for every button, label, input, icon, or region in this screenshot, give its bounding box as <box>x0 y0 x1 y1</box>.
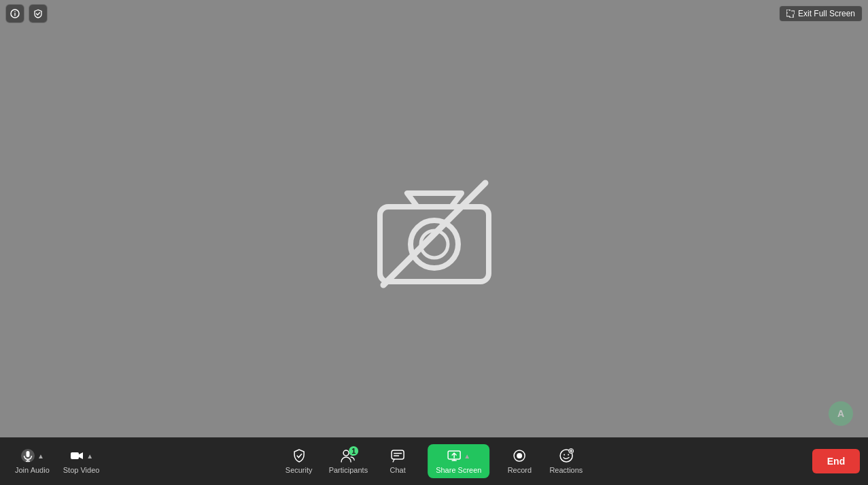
toolbar-center: Security 1 Participants <box>279 440 590 482</box>
security-icon <box>292 448 307 463</box>
svg-rect-1 <box>14 13 15 16</box>
stop-video-button[interactable]: ▲ Stop Video <box>56 444 107 478</box>
security-button[interactable]: Security <box>279 444 319 478</box>
top-bar: Exit Full Screen <box>0 0 868 27</box>
top-left-icons <box>5 4 48 23</box>
reactions-icon-area <box>559 448 574 463</box>
svg-point-27 <box>568 454 569 456</box>
share-screen-label: Share Screen <box>436 466 481 474</box>
reactions-button[interactable]: Reactions <box>542 444 589 478</box>
share-screen-icon-area: ▲ <box>447 448 470 463</box>
svg-rect-10 <box>26 451 29 457</box>
info-button[interactable] <box>5 4 24 23</box>
svg-marker-14 <box>79 452 83 459</box>
bottom-toolbar: ▲ Join Audio ▲ Stop Video <box>0 437 868 485</box>
chat-icon <box>390 448 405 463</box>
watermark: A <box>820 399 861 434</box>
participants-icon-wrapper: 1 <box>340 448 356 463</box>
svg-point-15 <box>343 450 349 456</box>
end-button[interactable]: End <box>812 449 860 473</box>
join-audio-icon-area: ▲ <box>20 448 44 463</box>
record-icon <box>512 448 527 463</box>
record-label: Record <box>508 466 532 474</box>
join-audio-label: Join Audio <box>15 466 50 474</box>
share-screen-bg: ▲ Share Screen <box>428 444 489 478</box>
camera-off-icon <box>366 169 502 292</box>
security-icon-area <box>292 448 307 463</box>
participants-icon-area: 1 <box>340 448 356 463</box>
chat-label: Chat <box>390 466 406 474</box>
participant-count-badge: 1 <box>349 446 358 456</box>
svg-rect-17 <box>392 450 404 459</box>
participants-label: Participants <box>329 466 368 474</box>
svg-text:A: A <box>837 408 844 419</box>
toolbar-left: ▲ Join Audio ▲ Stop Video <box>8 444 106 478</box>
chat-button[interactable]: Chat <box>377 444 418 478</box>
camera-off-area <box>366 169 502 292</box>
stop-video-label: Stop Video <box>63 466 100 474</box>
record-button[interactable]: Record <box>499 444 540 478</box>
share-screen-chevron[interactable]: ▲ <box>464 452 470 460</box>
reactions-label: Reactions <box>549 466 583 474</box>
stop-video-icon-area: ▲ <box>69 448 93 463</box>
toolbar-right: End <box>812 449 860 473</box>
svg-point-2 <box>14 11 16 12</box>
participants-button[interactable]: 1 Participants <box>322 444 375 478</box>
share-screen-button[interactable]: ▲ Share Screen <box>421 440 496 482</box>
reactions-icon <box>559 448 574 463</box>
exit-fullscreen-label: Exit Full Screen <box>798 9 855 18</box>
svg-point-24 <box>517 453 522 458</box>
security-label: Security <box>285 466 313 474</box>
video-icon <box>69 448 84 463</box>
share-screen-icon <box>447 448 462 463</box>
join-audio-button[interactable]: ▲ Join Audio <box>8 444 56 478</box>
exit-fullscreen-button[interactable]: Exit Full Screen <box>779 5 863 22</box>
stop-video-chevron[interactable]: ▲ <box>86 452 93 460</box>
join-audio-chevron[interactable]: ▲ <box>37 452 44 460</box>
record-icon-area <box>512 448 527 463</box>
svg-rect-13 <box>71 452 79 459</box>
shield-button[interactable] <box>29 4 48 23</box>
audio-icon <box>20 448 35 463</box>
svg-point-26 <box>563 454 565 456</box>
chat-icon-area <box>390 448 405 463</box>
svg-point-4 <box>411 220 458 268</box>
